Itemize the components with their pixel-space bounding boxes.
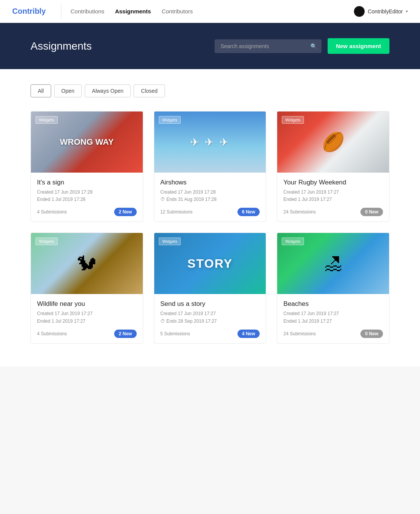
card-image-beaches: Widgets <box>277 233 389 294</box>
navbar: Contribly Contributions Assignments Cont… <box>0 0 420 23</box>
card-title: Beaches <box>283 300 383 308</box>
widget-badge: Widgets <box>282 238 304 245</box>
card-created: Created 17 Jun 2019 17:27 <box>283 310 383 317</box>
submissions-count: 12 Submissions <box>160 209 193 215</box>
chevron-down-icon: ▾ <box>406 9 408 13</box>
search-icon: 🔍 <box>310 43 317 49</box>
card-footer: 24 Submissions 0 New <box>283 330 383 338</box>
assignment-card-airshows[interactable]: Widgets Airshows Created 17 Jun 2019 17:… <box>154 111 267 222</box>
card-title: It's a sign <box>37 179 137 186</box>
card-ended: Ended 1 Jul 2019 17:27 <box>283 196 383 203</box>
card-meta: Created 17 Jun 2019 17:28 ⏱ Ends 31 Aug … <box>160 189 260 203</box>
card-image-wrong-way: Widgets <box>31 112 143 173</box>
card-footer: 4 Submissions 2 New <box>37 330 137 338</box>
card-image-rugby: Widgets <box>277 112 389 173</box>
card-footer: 4 Submissions 2 New <box>37 208 137 216</box>
widget-badge: Widgets <box>159 238 181 245</box>
search-input[interactable] <box>215 39 321 53</box>
widget-badge: Widgets <box>36 116 58 124</box>
card-created: Created 17 Jun 2019 17:27 <box>160 310 260 317</box>
card-body: Beaches Created 17 Jun 2019 17:27 Ended … <box>277 294 389 343</box>
card-meta: Created 17 Jun 2019 17:28 Ended 1 Jul 20… <box>37 189 137 203</box>
nav-link-contributions[interactable]: Contributions <box>71 8 104 15</box>
header-actions: 🔍 New assignment <box>215 38 389 54</box>
filter-tab-closed[interactable]: Closed <box>134 84 165 97</box>
widget-badge: Widgets <box>36 238 58 245</box>
new-badge: 4 New <box>237 330 260 338</box>
card-ended: Ended 1 Jul 2019 17:27 <box>37 318 137 325</box>
filter-tab-open[interactable]: Open <box>54 84 82 97</box>
card-ends: ⏱ Ends 28 Sep 2019 17:27 <box>160 318 260 325</box>
card-created: Created 17 Jun 2019 17:28 <box>37 189 137 196</box>
nav-username: ContriblyEditor <box>368 8 403 15</box>
nav-links: Contributions Assignments Contributors <box>71 8 354 15</box>
new-badge: 0 New <box>360 208 383 216</box>
card-image-airshows: Widgets <box>154 112 266 173</box>
card-title: Airshows <box>160 179 260 186</box>
main-content: All Open Always Open Closed Widgets It's… <box>0 69 420 367</box>
submissions-count: 24 Submissions <box>283 209 316 215</box>
assignment-card-rugby[interactable]: Widgets Your Rugby Weekend Created 17 Ju… <box>277 111 389 222</box>
new-badge: 0 New <box>360 330 383 338</box>
card-created: Created 17 Jun 2019 17:27 <box>37 310 137 317</box>
avatar <box>354 6 365 17</box>
clock-icon: ⏱ <box>160 318 165 325</box>
card-title: Wildlife near you <box>37 300 137 308</box>
card-image-wildlife: Widgets <box>31 233 143 294</box>
submissions-count: 24 Submissions <box>283 331 316 336</box>
filter-tab-always-open[interactable]: Always Open <box>85 84 131 97</box>
new-badge: 2 New <box>114 330 137 338</box>
card-ends: ⏱ Ends 31 Aug 2019 17:28 <box>160 196 260 203</box>
card-meta: Created 17 Jun 2019 17:27 ⏱ Ends 28 Sep … <box>160 310 260 325</box>
page-title: Assignments <box>31 40 92 52</box>
card-meta: Created 17 Jun 2019 17:27 Ended 1 Jul 20… <box>283 189 383 203</box>
card-ended: Ended 1 Jul 2019 17:28 <box>37 196 137 203</box>
nav-link-contributors[interactable]: Contributors <box>162 8 193 15</box>
search-box: 🔍 <box>215 39 321 53</box>
assignments-grid: Widgets It's a sign Created 17 Jun 2019 … <box>31 111 389 344</box>
card-body: Send us a story Created 17 Jun 2019 17:2… <box>154 294 266 343</box>
new-assignment-button[interactable]: New assignment <box>328 38 389 54</box>
card-body: Airshows Created 17 Jun 2019 17:28 ⏱ End… <box>154 173 266 221</box>
nav-divider <box>61 4 61 19</box>
nav-link-assignments[interactable]: Assignments <box>115 8 151 15</box>
assignment-card-wildlife[interactable]: Widgets Wildlife near you Created 17 Jun… <box>31 233 143 343</box>
card-footer: 5 Submissions 4 New <box>160 330 260 338</box>
card-footer: 12 Submissions 6 New <box>160 208 260 216</box>
submissions-count: 4 Submissions <box>37 331 67 336</box>
card-created: Created 17 Jun 2019 17:27 <box>283 189 383 196</box>
assignment-card-story[interactable]: Widgets Send us a story Created 17 Jun 2… <box>154 233 267 343</box>
card-footer: 24 Submissions 0 New <box>283 208 383 216</box>
card-body: Wildlife near you Created 17 Jun 2019 17… <box>31 294 143 343</box>
clock-icon: ⏱ <box>160 196 165 203</box>
card-title: Your Rugby Weekend <box>283 179 383 186</box>
filter-tab-all[interactable]: All <box>31 84 51 97</box>
card-image-story: Widgets <box>154 233 266 294</box>
card-body: It's a sign Created 17 Jun 2019 17:28 En… <box>31 173 143 221</box>
card-meta: Created 17 Jun 2019 17:27 Ended 1 Jul 20… <box>37 310 137 325</box>
card-meta: Created 17 Jun 2019 17:27 Ended 1 Jul 20… <box>283 310 383 325</box>
card-ended: Ended 1 Jul 2019 17:27 <box>283 318 383 325</box>
submissions-count: 4 Submissions <box>37 209 67 215</box>
submissions-count: 5 Submissions <box>160 331 190 336</box>
widget-badge: Widgets <box>159 116 181 124</box>
card-title: Send us a story <box>160 300 260 308</box>
bottom-area <box>0 367 420 514</box>
new-badge: 2 New <box>114 208 137 216</box>
assignment-card-beaches[interactable]: Widgets Beaches Created 17 Jun 2019 17:2… <box>277 233 389 343</box>
nav-logo[interactable]: Contribly <box>12 7 46 16</box>
page-header: Assignments 🔍 New assignment <box>0 23 420 69</box>
nav-user[interactable]: ContriblyEditor ▾ <box>354 6 408 17</box>
new-badge: 6 New <box>237 208 260 216</box>
widget-badge: Widgets <box>282 116 304 124</box>
card-created: Created 17 Jun 2019 17:28 <box>160 189 260 196</box>
filter-tabs: All Open Always Open Closed <box>31 84 389 97</box>
card-body: Your Rugby Weekend Created 17 Jun 2019 1… <box>277 173 389 221</box>
assignment-card-its-a-sign[interactable]: Widgets It's a sign Created 17 Jun 2019 … <box>31 111 143 222</box>
